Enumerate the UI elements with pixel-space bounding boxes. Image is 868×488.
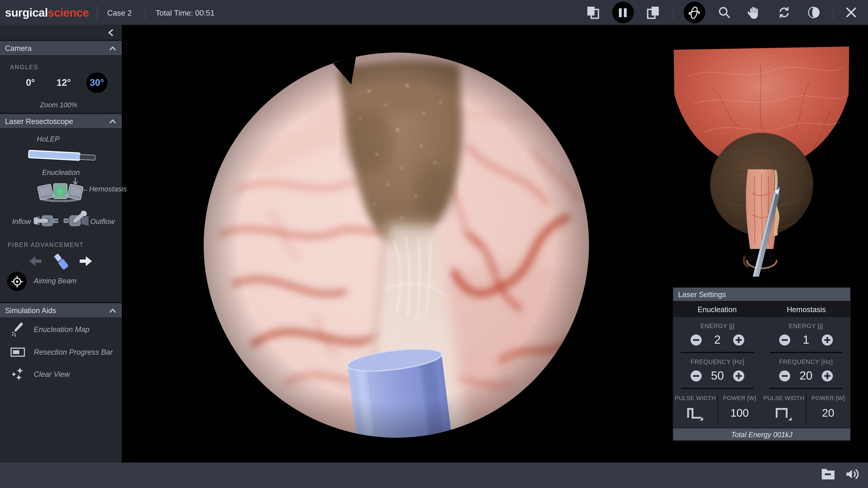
contrast-button[interactable] xyxy=(799,0,829,25)
refresh-icon xyxy=(777,5,791,19)
simulation-aids-panel-title: Simulation Aids xyxy=(5,306,109,315)
angle-button-30[interactable]: 30° xyxy=(86,72,107,93)
square-pulse-icon[interactable] xyxy=(775,405,793,424)
simulation-aids-panel-body: Enucleation Map Resection Progress Bar C… xyxy=(0,318,122,466)
energy-decrease-button[interactable] xyxy=(779,334,790,346)
hemostasis-pedal-label: ←Hemostasis xyxy=(82,185,127,193)
divider xyxy=(97,5,97,20)
progress-bar-icon xyxy=(10,347,25,357)
enucleation-map-label: Enucleation Map xyxy=(34,325,89,333)
chevron-up-icon xyxy=(109,119,116,124)
volume-icon xyxy=(845,467,860,483)
clear-view-label: Clear View xyxy=(34,370,70,378)
clear-view-toggle[interactable]: Clear View xyxy=(0,366,122,382)
column-header-enucleation: Enucleation xyxy=(673,301,762,317)
pause-button[interactable] xyxy=(608,0,638,25)
energy-increase-button[interactable] xyxy=(822,334,833,346)
search-icon xyxy=(717,5,731,19)
hand-icon xyxy=(747,5,761,19)
anatomy-overview-3d[interactable] xyxy=(672,43,851,276)
layout-previous-button[interactable] xyxy=(578,0,608,25)
simulation-aids-panel-header[interactable]: Simulation Aids xyxy=(0,303,122,318)
pulse-width-label: PULSE WIDTH xyxy=(764,394,804,401)
energy-label: ENERGY [j] xyxy=(700,323,735,329)
hemostasis-settings-column: ENERGY [j] 1 FREQUENCY [Hz] 20 xyxy=(762,317,850,424)
short-pulse-icon[interactable] xyxy=(686,405,704,424)
holep-label: HoLEP xyxy=(0,135,96,143)
pan-tool-button[interactable] xyxy=(739,0,769,25)
outflow-valve-icon[interactable] xyxy=(63,211,90,229)
frequency-label: FREQUENCY [Hz] xyxy=(691,358,744,365)
energy-stepper: 2 xyxy=(690,333,745,346)
enucleation-map-toggle[interactable]: Enucleation Map xyxy=(0,321,122,337)
aiming-beam-label: Aiming Beam xyxy=(34,276,76,285)
frequency-label: FREQUENCY [Hz] xyxy=(779,358,833,365)
enucleation-settings-column: ENERGY [j] 2 FREQUENCY [Hz] 50 xyxy=(673,317,762,424)
frequency-stepper: 20 xyxy=(779,369,833,382)
laser-resectoscope-panel-body: HoLEP Enucleation ←Hemostasis Inflow xyxy=(0,129,122,303)
enucleation-pedal-label: Enucleation xyxy=(0,168,122,176)
angle-button-0[interactable]: 0° xyxy=(20,72,41,93)
energy-stepper: 1 xyxy=(779,333,833,346)
angles-label: ANGLES xyxy=(10,64,38,70)
total-energy-bar: Total Energy 001kJ xyxy=(673,428,851,441)
sidebar-collapse-button[interactable] xyxy=(0,25,122,41)
resection-progress-bar-toggle[interactable]: Resection Progress Bar xyxy=(0,344,122,360)
laser-settings-body: ENERGY [j] 2 FREQUENCY [Hz] 50 xyxy=(673,317,851,428)
bottom-bar xyxy=(0,462,868,488)
endoscope-view[interactable] xyxy=(204,53,589,438)
frequency-value: 50 xyxy=(702,369,733,382)
energy-increase-button[interactable] xyxy=(733,334,745,346)
layout-previous-icon xyxy=(585,5,600,20)
pulse-width-label: PULSE WIDTH xyxy=(675,394,716,401)
close-button[interactable] xyxy=(838,0,864,25)
reset-view-button[interactable] xyxy=(769,0,799,25)
laser-settings-panel: Laser Settings Enucleation Hemostasis EN… xyxy=(673,287,851,441)
inflow-valve-icon[interactable] xyxy=(32,213,59,229)
pulse-width-cell: PULSE WIDTH xyxy=(674,393,718,424)
power-cell: POWER [W] 20 xyxy=(806,393,850,424)
fiber-retract-arrow-icon[interactable] xyxy=(29,255,42,267)
divider xyxy=(833,5,834,20)
divider xyxy=(145,5,146,20)
energy-decrease-button[interactable] xyxy=(690,334,702,346)
frequency-increase-button[interactable] xyxy=(733,370,745,382)
fiber-advance-arrow-icon[interactable] xyxy=(79,255,92,267)
left-sidebar: Camera ANGLES 0° 12° 30° Zoom 100% Laser… xyxy=(0,25,122,462)
main-viewport: Laser Settings Enucleation Hemostasis EN… xyxy=(122,25,868,462)
laser-settings-header: Laser Settings xyxy=(673,287,851,301)
energy-value: 2 xyxy=(702,333,733,346)
total-energy-label: Total Energy 001kJ xyxy=(731,430,793,438)
crosshair-icon xyxy=(10,275,24,288)
frequency-increase-button[interactable] xyxy=(822,370,833,382)
inflow-label: Inflow xyxy=(12,218,31,226)
laser-resectoscope-panel-header[interactable]: Laser Resectoscope xyxy=(0,114,122,129)
pulse-power-row: PULSE WIDTH POWER [W] 20 xyxy=(762,393,850,424)
case-label: Case 2 xyxy=(107,8,131,17)
chevron-up-icon xyxy=(109,46,116,51)
aiming-beam-button[interactable] xyxy=(7,272,26,291)
frequency-decrease-button[interactable] xyxy=(779,370,790,382)
logo-accent: science xyxy=(48,6,89,19)
volume-button[interactable] xyxy=(840,462,865,488)
scalpel-icon xyxy=(10,321,25,337)
laser-settings-column-headers: Enucleation Hemostasis xyxy=(673,301,851,317)
angle-button-12[interactable]: 12° xyxy=(53,72,74,93)
orbit-3d-icon xyxy=(683,2,705,23)
divider xyxy=(673,5,674,20)
camera-panel-header[interactable]: Camera xyxy=(0,41,122,56)
camera-panel-body: ANGLES 0° 12° 30° Zoom 100% xyxy=(0,56,122,114)
chevron-left-icon xyxy=(107,29,114,36)
frequency-decrease-button[interactable] xyxy=(690,370,702,382)
close-icon xyxy=(845,7,857,18)
pulse-width-cell: PULSE WIDTH xyxy=(762,393,806,424)
laser-resectoscope-panel-title: Laser Resectoscope xyxy=(5,117,109,125)
orbit-3d-button[interactable] xyxy=(679,0,709,25)
divider xyxy=(770,388,842,389)
case-files-button[interactable] xyxy=(816,462,840,488)
energy-label: ENERGY [j] xyxy=(789,323,823,329)
layout-next-button[interactable] xyxy=(638,0,668,25)
zoom-tool-button[interactable] xyxy=(709,0,739,25)
power-label: POWER [W] xyxy=(812,394,845,401)
fiber-tip-icon xyxy=(52,252,71,270)
